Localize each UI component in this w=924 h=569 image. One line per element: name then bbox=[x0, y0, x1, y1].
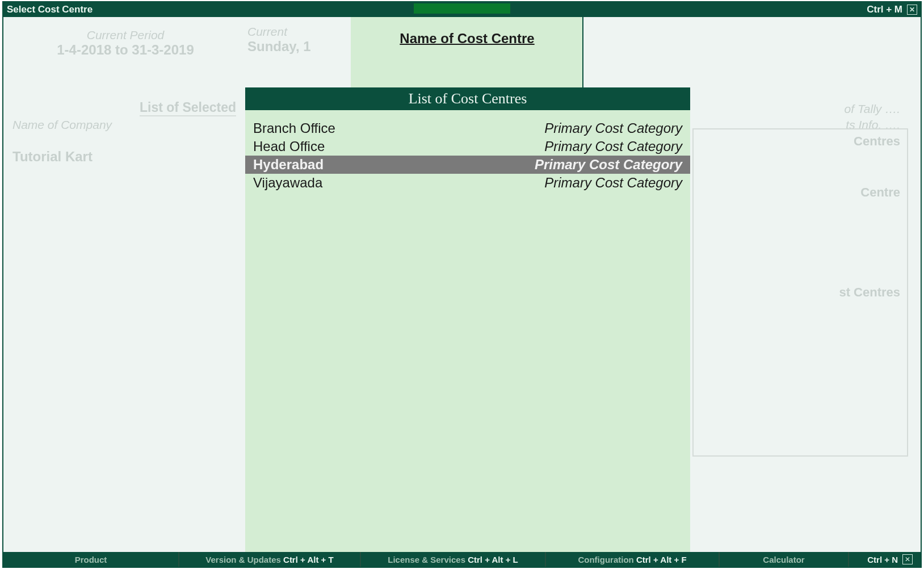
bottombar-config[interactable]: Configuration Ctrl + Alt + F bbox=[546, 552, 720, 567]
bg-list-heading: List of Selected bbox=[140, 100, 236, 116]
list-item[interactable]: HyderabadPrimary Cost Category bbox=[245, 156, 690, 174]
cost-centre-list-panel: List of Cost Centres Branch OfficePrimar… bbox=[245, 87, 690, 552]
list-item-category: Primary Cost Category bbox=[544, 175, 682, 191]
list-item[interactable]: VijayawadaPrimary Cost Category bbox=[245, 174, 690, 192]
list-body: Branch OfficePrimary Cost CategoryHead O… bbox=[245, 110, 690, 192]
list-item-name: Hyderabad bbox=[253, 157, 324, 173]
bottombar-version-label: Version & Updates bbox=[205, 555, 281, 564]
list-item-name: Head Office bbox=[253, 139, 325, 154]
current-period-label: Current Period bbox=[12, 28, 238, 42]
bottombar-config-label: Configuration bbox=[578, 555, 633, 564]
bottombar-version[interactable]: Version & Updates Ctrl + Alt + T bbox=[179, 552, 361, 567]
bottombar-close-icon[interactable]: ✕ bbox=[902, 554, 913, 564]
list-item-name: Vijayawada bbox=[253, 175, 322, 191]
list-item-category: Primary Cost Category bbox=[535, 157, 682, 173]
bottombar-ctrl-n[interactable]: Ctrl + N ✕ bbox=[849, 552, 921, 567]
bg-right-text-1: of Tally …. bbox=[845, 102, 900, 116]
list-item[interactable]: Branch OfficePrimary Cost Category bbox=[245, 119, 690, 137]
bottombar-calculator-label: Calculator bbox=[763, 555, 804, 564]
bottombar-product[interactable]: Product bbox=[3, 552, 179, 567]
list-item-category: Primary Cost Category bbox=[544, 120, 682, 136]
bottombar-calculator[interactable]: Calculator bbox=[720, 552, 849, 567]
bottombar-config-shortcut: Ctrl + Alt + F bbox=[636, 555, 687, 564]
list-item[interactable]: Head OfficePrimary Cost Category bbox=[245, 137, 690, 156]
app-frame: Select Cost Centre Ctrl + M ✕ Current Pe… bbox=[2, 1, 922, 568]
titlebar-shortcut: Ctrl + M bbox=[867, 4, 902, 15]
list-item-category: Primary Cost Category bbox=[544, 139, 682, 154]
close-icon[interactable]: ✕ bbox=[907, 5, 917, 15]
titlebar-title: Select Cost Centre bbox=[7, 4, 93, 15]
bottombar-ctrl-n-label: Ctrl + N bbox=[867, 555, 898, 564]
bg-company-name: Tutorial Kart bbox=[12, 149, 93, 165]
popup-header-title: Name of Cost Centre bbox=[400, 31, 534, 47]
bottombar-product-label: Product bbox=[75, 555, 107, 564]
title-accent-strip bbox=[414, 3, 510, 14]
bottombar-license-label: License & Services bbox=[388, 555, 465, 564]
list-panel-title: List of Cost Centres bbox=[245, 87, 690, 110]
bottombar-license-shortcut: Ctrl + Alt + L bbox=[468, 555, 518, 564]
bottombar-license[interactable]: License & Services Ctrl + Alt + L bbox=[361, 552, 546, 567]
bottombar-version-shortcut: Ctrl + Alt + T bbox=[283, 555, 334, 564]
bg-name-of-company-label: Name of Company bbox=[12, 118, 112, 132]
titlebar: Select Cost Centre Ctrl + M ✕ bbox=[3, 2, 921, 17]
bg-right-panel bbox=[692, 128, 908, 457]
list-item-name: Branch Office bbox=[253, 120, 335, 136]
popup-header-box: Name of Cost Centre bbox=[351, 17, 583, 87]
bottombar: Product Version & Updates Ctrl + Alt + T… bbox=[3, 552, 921, 567]
current-period-value: 1-4-2018 to 31-3-2019 bbox=[12, 42, 238, 58]
